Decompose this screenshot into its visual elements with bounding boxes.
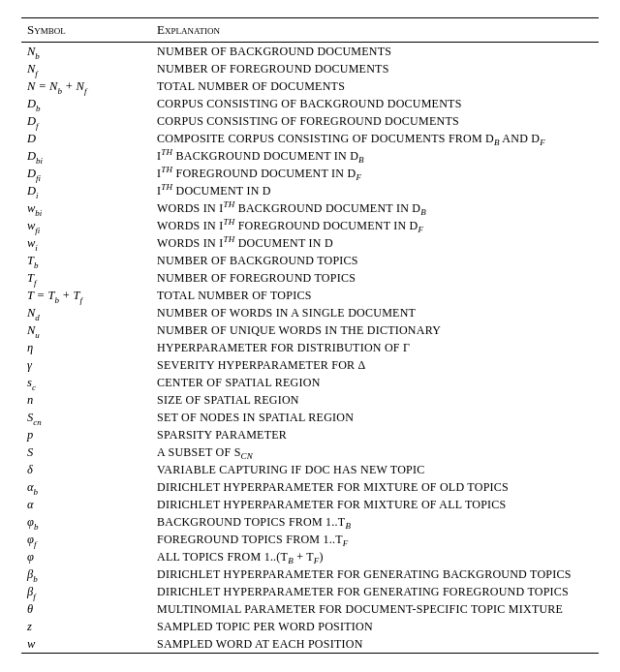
symbol-cell: Nb <box>21 43 147 61</box>
table-row: DfCorpus consisting of foreground docume… <box>21 112 599 130</box>
table-row: NdNumber of words in a single document <box>21 304 599 321</box>
explanation-cell: A subset of Scn <box>147 443 599 461</box>
explanation-cell: Number of foreground topics <box>147 269 599 287</box>
table-row: wSampled word at each position <box>21 635 599 654</box>
explanation-cell: Number of words in a single document <box>147 304 599 321</box>
explanation-cell: ith foreground document in Df <box>147 165 599 182</box>
symbol-cell: wfi <box>21 217 147 234</box>
symbol-cell: δ <box>21 461 147 478</box>
symbol-cell: Db <box>21 95 147 112</box>
symbol-cell: η <box>21 339 147 356</box>
table-row: φfForeground topics from 1..Tf <box>21 531 599 548</box>
symbol-cell: n <box>21 391 147 409</box>
table-row: αbDirichlet hyperparameter for mixture o… <box>21 478 599 496</box>
table-row: wfiwords in ith foreground document in D… <box>21 217 599 234</box>
table-row: βfDirichlet hyperparameter for generatin… <box>21 583 599 600</box>
symbol-cell: Dfi <box>21 165 147 182</box>
explanation-cell: ith background document in Db <box>147 147 599 165</box>
table-row: wiwords in ith document in D <box>21 234 599 252</box>
symbol-cell: Tb <box>21 252 147 269</box>
symbol-cell: θ <box>21 600 147 618</box>
symbol-cell: wi <box>21 234 147 252</box>
explanation-cell: Dirichlet hyperparameter for mixture of … <box>147 496 599 513</box>
explanation-cell: Variable capturing if doc has new topic <box>147 461 599 478</box>
explanation-cell: All topics from 1..(Tb + Tf) <box>147 548 599 565</box>
explanation-cell: words in ith foreground document in Df <box>147 217 599 234</box>
explanation-cell: Background topics from 1..Tb <box>147 513 599 531</box>
explanation-cell: Number of background documents <box>147 43 599 61</box>
symbol-cell: wbi <box>21 199 147 217</box>
explanation-cell: Dirichlet hyperparameter for generating … <box>147 583 599 600</box>
table-row: pSparsity parameter <box>21 426 599 443</box>
explanation-cell: Sampled topic per word position <box>147 618 599 635</box>
symbol-cell: φ <box>21 548 147 565</box>
table-row: γSeverity hyperparameter for δ <box>21 356 599 374</box>
explanation-cell: Dirichlet hyperparameter for generating … <box>147 565 599 583</box>
explanation-cell: Multinomial parameter for document-speci… <box>147 600 599 618</box>
symbol-cell: φb <box>21 513 147 531</box>
symbol-table: Symbol Explanation NbNumber of backgroun… <box>21 17 599 654</box>
explanation-cell: Center of spatial region <box>147 374 599 391</box>
explanation-cell: Total number of topics <box>147 287 599 304</box>
table-row: DbCorpus consisting of background docume… <box>21 95 599 112</box>
table-row: θMultinomial parameter for document-spec… <box>21 600 599 618</box>
explanation-cell: Corpus consisting of background document… <box>147 95 599 112</box>
table-row: Dfiith foreground document in Df <box>21 165 599 182</box>
explanation-cell: Number of background topics <box>147 252 599 269</box>
symbol-cell: Df <box>21 112 147 130</box>
explanation-cell: Hyperparameter for distribution of γ <box>147 339 599 356</box>
symbol-cell: Nf <box>21 60 147 77</box>
explanation-cell: Number of unique words in the dictionary <box>147 321 599 339</box>
explanation-cell: words in ith background document in Db <box>147 199 599 217</box>
symbol-cell: z <box>21 618 147 635</box>
explanation-cell: Sparsity parameter <box>147 426 599 443</box>
symbol-cell: φf <box>21 531 147 548</box>
symbol-cell: T = Tb + Tf <box>21 287 147 304</box>
table-row: φAll topics from 1..(Tb + Tf) <box>21 548 599 565</box>
explanation-cell: Number of foreground documents <box>147 60 599 77</box>
explanation-cell: Foreground topics from 1..Tf <box>147 531 599 548</box>
explanation-cell: Dirichlet hyperparameter for mixture of … <box>147 478 599 496</box>
symbol-cell: sc <box>21 374 147 391</box>
table-row: Dbiith background document in Db <box>21 147 599 165</box>
header-explanation: Explanation <box>147 18 599 43</box>
symbol-cell: w <box>21 635 147 654</box>
table-row: TfNumber of foreground topics <box>21 269 599 287</box>
symbol-cell: Di <box>21 182 147 199</box>
table-row: nSize of spatial region <box>21 391 599 409</box>
explanation-cell: Size of spatial region <box>147 391 599 409</box>
explanation-cell: Severity hyperparameter for δ <box>147 356 599 374</box>
table-row: T = Tb + TfTotal number of topics <box>21 287 599 304</box>
table-row: Diith document in D <box>21 182 599 199</box>
explanation-cell: Total number of documents <box>147 77 599 95</box>
symbol-cell: Tf <box>21 269 147 287</box>
table-row: DComposite corpus consisting of document… <box>21 130 599 147</box>
table-row: NfNumber of foreground documents <box>21 60 599 77</box>
symbol-cell: Nd <box>21 304 147 321</box>
table-row: NuNumber of unique words in the dictiona… <box>21 321 599 339</box>
explanation-cell: Composite corpus consisting of documents… <box>147 130 599 147</box>
symbol-cell: Scn <box>21 409 147 426</box>
symbol-cell: S <box>21 443 147 461</box>
table-row: αDirichlet hyperparameter for mixture of… <box>21 496 599 513</box>
symbol-cell: Nu <box>21 321 147 339</box>
table-row: φbBackground topics from 1..Tb <box>21 513 599 531</box>
explanation-cell: Sampled word at each position <box>147 635 599 654</box>
explanation-cell: ith document in D <box>147 182 599 199</box>
symbol-cell: βb <box>21 565 147 583</box>
symbol-cell: N = Nb + Nf <box>21 77 147 95</box>
table-row: scCenter of spatial region <box>21 374 599 391</box>
table-row: zSampled topic per word position <box>21 618 599 635</box>
symbol-cell: p <box>21 426 147 443</box>
table-row: ηHyperparameter for distribution of γ <box>21 339 599 356</box>
symbol-cell: Dbi <box>21 147 147 165</box>
table-row: NbNumber of background documents <box>21 43 599 61</box>
table-row: δVariable capturing if doc has new topic <box>21 461 599 478</box>
table-row: N = Nb + NfTotal number of documents <box>21 77 599 95</box>
explanation-cell: words in ith document in D <box>147 234 599 252</box>
explanation-cell: Set of nodes in spatial region <box>147 409 599 426</box>
symbol-cell: αb <box>21 478 147 496</box>
table-row: ScnSet of nodes in spatial region <box>21 409 599 426</box>
table-row: TbNumber of background topics <box>21 252 599 269</box>
symbol-cell: D <box>21 130 147 147</box>
